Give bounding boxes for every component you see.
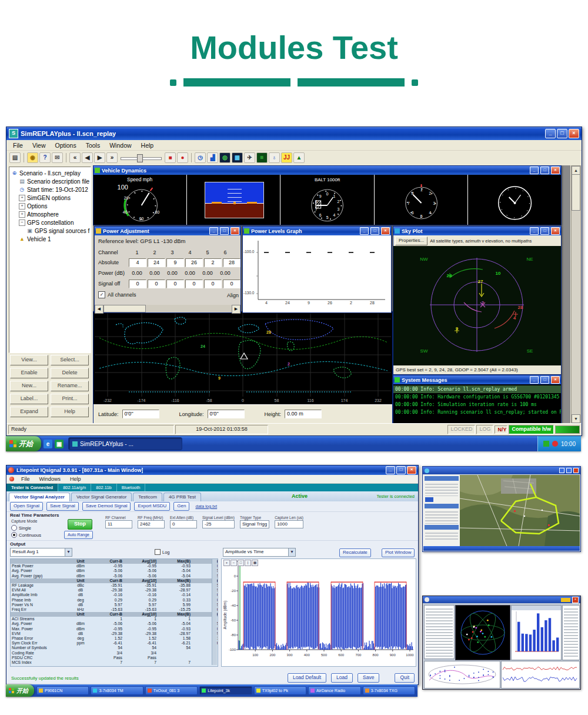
log-file-link[interactable]: data log.txt [195,504,217,509]
field-value[interactable]: -25 [202,520,235,528]
absolute-3[interactable]: 9 [166,258,184,267]
tree-item-scenario-description-file[interactable]: ▤Scenario description file [9,177,91,185]
minimize-button[interactable]: _ [360,227,369,235]
menu-item-view[interactable]: View [28,141,50,149]
earth-viewer-titlebar[interactable] [423,467,580,474]
maximize-button[interactable]: □ [396,466,406,474]
menu-item-help[interactable]: Help [68,476,83,482]
signal-off-5[interactable]: 0 [204,280,222,288]
tree-item-gps-signal-sources-f[interactable]: ▣GPS signal sources f [9,227,91,235]
close-button[interactable]: × [551,376,560,384]
start-button[interactable]: 开始 [6,436,41,451]
vehicle-dynamics-titlebar[interactable]: Vehicle Dynamics _ □ × [93,166,561,175]
result-avg-dropdown[interactable]: Result Avg 1 [10,548,72,557]
close-button[interactable] [573,468,579,473]
button-rename[interactable]: Rename... [51,381,89,391]
button-gen[interactable]: Gen [173,502,189,511]
log-checkbox-row[interactable]: Log [155,549,170,555]
start-button[interactable]: 开始 [6,684,34,697]
world-icon[interactable]: ♁ [269,152,280,163]
signal-off-4[interactable]: 0 [185,280,203,288]
menu-item-window[interactable]: Window [105,141,135,149]
button-expand[interactable]: Expand [10,407,48,417]
menu-item-file[interactable]: File [19,476,32,482]
system-message[interactable]: 00:00:00 Info: Hardware configuration is… [393,393,561,401]
button-delete[interactable]: Delete [51,368,89,378]
minimize-button[interactable]: _ [209,227,218,235]
absolute-6[interactable]: 28 [223,258,240,267]
tree-item-options[interactable]: +Options [9,202,91,210]
field-value[interactable]: 1000 [275,520,303,528]
minimize-button[interactable]: _ [386,466,395,474]
taskbar-item-p9061cn[interactable]: P9061CN [36,686,89,695]
button-help[interactable]: Help [51,407,89,417]
minimize-button[interactable]: _ [530,227,539,235]
vehicle-icon[interactable]: ✈ [244,152,255,163]
signal-off-1[interactable]: 0 [129,280,146,288]
cursor-icon[interactable]: | [245,560,251,566]
tab-vector-signal-analyzer[interactable]: Vector Signal Analyzer [9,493,70,501]
sky-plot-titlebar[interactable]: Sky Plot _ □ × [393,227,561,235]
tree-item-simgen-options[interactable]: +SimGEN options [9,194,91,202]
menu-item-windows[interactable]: Windows [37,476,64,482]
scroll-left-arrow[interactable]: ◀ [95,305,103,314]
maximize-button[interactable]: □ [540,227,549,235]
absolute-2[interactable]: 24 [148,258,165,267]
menu-item-options[interactable]: Options [51,141,81,149]
minimize-button[interactable]: _ [530,167,539,174]
skip-back-icon[interactable]: « [69,152,81,163]
continuous-radio-row[interactable]: Continuous [11,532,41,538]
tree-item-scenario-ll-scn-replay[interactable]: ⊕Scenario - ll.scn_replay [9,169,91,177]
tray-icon-green[interactable] [543,441,549,447]
maximize-button[interactable]: □ [557,129,567,138]
pan-icon[interactable]: □ [238,560,244,566]
field-value[interactable]: 2462 [138,520,165,528]
absolute-1[interactable]: 4 [129,258,146,267]
analysis-titlebar[interactable]: × [423,596,580,603]
simreplay-titlebar[interactable]: S SimREPLAYplus - ll.scn_replay _ □ × [6,127,582,140]
latitude-value[interactable]: 0'0'' [122,410,159,418]
button-load[interactable]: Load [331,673,353,683]
system-message[interactable]: 00:00:00 Info: Scenario ll.scn_replay ar… [393,385,561,393]
tray-icon-red[interactable] [552,441,558,447]
sky-plot-icon[interactable]: ◎ [219,152,230,163]
ie-quicklaunch-icon[interactable]: e [44,440,52,448]
signal-off-2[interactable]: 0 [148,280,165,288]
maximize-button[interactable] [566,468,572,473]
field-value[interactable]: 11 [105,520,132,528]
button-save[interactable]: Save [358,673,379,683]
minimize-button[interactable] [559,468,564,473]
close-button[interactable]: × [551,227,560,235]
close-button[interactable]: × [230,227,239,235]
button-open-signal[interactable]: Open Signal [10,502,43,511]
close-button[interactable]: × [407,466,416,474]
scroll-thumb[interactable] [572,174,580,211]
button-load-default[interactable]: Load Default [288,673,326,683]
system-message[interactable]: 00:00:00 Info: Simulation iteration rate… [393,401,561,408]
power-adjustment-titlebar[interactable]: Power Adjustment _ □ × [95,227,240,235]
horizontal-scrollbar[interactable]: ◀ ▶ [95,305,240,312]
litepoint-titlebar[interactable]: Litepoint IQsignal 3.0.91 - [807.31a - M… [6,465,418,475]
field-value[interactable]: Signal Trigg [240,520,269,528]
mail-icon[interactable]: ✉ [52,152,63,163]
mdi-vertical-scrollbar[interactable]: ▲ ▼ [571,165,581,424]
button-select[interactable]: Select... [51,355,89,365]
antenna-icon[interactable]: ▲ [293,152,305,163]
plot-window-button[interactable]: Plot Window [382,548,415,557]
alarm-icon[interactable]: ◉ [27,152,38,163]
button-label[interactable]: Label... [10,394,48,404]
single-radio[interactable] [11,525,17,531]
minimize-button[interactable]: _ [545,129,556,138]
help-icon[interactable]: ? [39,152,51,163]
menu-item-file[interactable]: File [9,141,27,149]
menu-item-help[interactable]: Help [137,141,158,149]
button-new[interactable]: New... [10,381,48,391]
plot-type-dropdown[interactable]: Amplitude vs Time [223,548,296,557]
zoom-in-icon[interactable]: + [223,560,230,566]
table-scrollbar[interactable] [212,559,217,665]
maximize-button[interactable]: □ [540,167,549,174]
play-icon[interactable]: ▶ [94,152,105,163]
step-back-icon[interactable]: ◀ [82,152,93,163]
properties-button[interactable]: Properties... [395,237,427,245]
scroll-thumb[interactable] [103,305,146,312]
